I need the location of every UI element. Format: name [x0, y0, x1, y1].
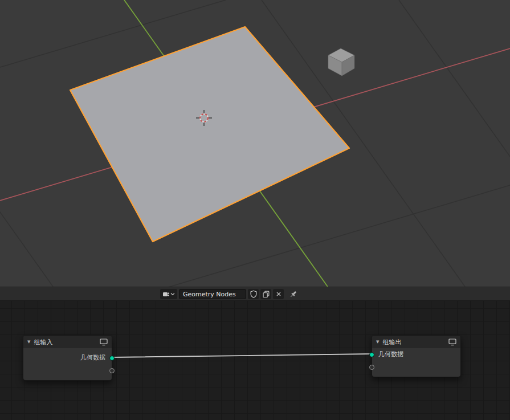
node-editor-header — [0, 287, 510, 301]
group-input-node-header[interactable]: ▼ 组输入 — [23, 336, 112, 348]
viewport-3d[interactable] — [0, 0, 510, 287]
geometry-input-socket[interactable] — [369, 352, 374, 357]
triangle-down-icon[interactable]: ▼ — [27, 340, 30, 344]
node-link-geometry[interactable] — [112, 354, 372, 357]
new-data-button[interactable] — [260, 289, 271, 299]
duplicate-icon — [262, 289, 271, 299]
node-editor-canvas[interactable]: ▼ 组输入 几何数据 ▼ 组输出 — [0, 301, 510, 420]
pin-icon — [289, 289, 299, 299]
socket-row-virtual — [23, 364, 112, 377]
nodetree-icon — [162, 291, 170, 298]
geometry-output-socket[interactable] — [109, 356, 115, 361]
shield-icon — [249, 289, 258, 299]
editor-type-dropdown[interactable] — [160, 289, 177, 299]
group-output-node[interactable]: ▼ 组输出 几何数据 — [372, 335, 461, 377]
node-title: 组输出 — [382, 338, 445, 346]
unlink-data-button[interactable] — [273, 289, 284, 299]
close-icon — [274, 289, 283, 299]
group-input-node-body: 几何数据 — [23, 348, 112, 380]
socket-label: 几何数据 — [378, 350, 403, 358]
monitor-icon[interactable] — [100, 339, 108, 346]
triangle-down-icon[interactable]: ▼ — [376, 340, 379, 344]
node-tree-name-input[interactable] — [179, 289, 246, 299]
socket-label: 几何数据 — [80, 354, 105, 361]
group-output-node-body: 几何数据 — [372, 348, 460, 377]
group-input-node[interactable]: ▼ 组输入 几何数据 — [23, 335, 112, 381]
header-widgets — [160, 289, 299, 299]
node-title: 组输入 — [34, 338, 96, 346]
fake-user-button[interactable] — [248, 289, 259, 299]
pin-button[interactable] — [288, 289, 299, 299]
socket-row-geometry: 几何数据 — [372, 348, 460, 361]
socket-row-virtual — [372, 361, 460, 373]
socket-row-geometry: 几何数据 — [23, 352, 112, 364]
monitor-icon[interactable] — [448, 339, 456, 346]
virtual-output-socket[interactable] — [109, 368, 115, 373]
viewport-canvas — [0, 0, 510, 287]
virtual-input-socket[interactable] — [369, 365, 374, 370]
group-output-node-header[interactable]: ▼ 组输出 — [372, 336, 460, 348]
chevron-down-icon — [170, 292, 175, 296]
